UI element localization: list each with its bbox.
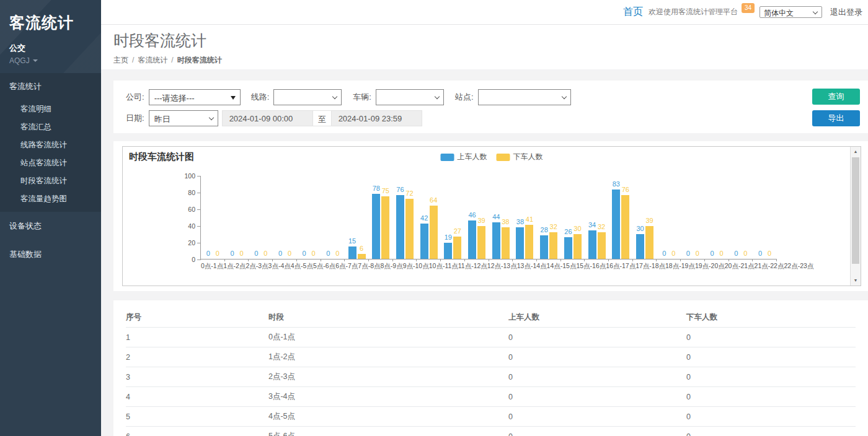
x-axis-label: 21点-22点 xyxy=(755,262,784,271)
sidebar-item-period-passenger-stats[interactable]: 时段客流统计 xyxy=(0,172,101,190)
bar: 30 xyxy=(574,234,582,259)
bar-value-label: 46 xyxy=(468,211,476,219)
data-table-panel: 序号时段上车人数下车人数 10点-1点0021点-2点0032点-3点0043点… xyxy=(113,300,868,436)
vehicle-label: 车辆: xyxy=(353,92,371,103)
bar-value-label: 0 xyxy=(720,250,724,257)
bar-value-label: 0 xyxy=(711,250,714,257)
line-select[interactable] xyxy=(273,89,342,105)
x-axis-tick xyxy=(512,259,513,261)
sidebar-item-base-data[interactable]: 基础数据 xyxy=(0,240,101,269)
bar-value-label: 0 xyxy=(288,250,291,257)
x-axis-tick xyxy=(416,259,417,261)
bar-value-label: 0 xyxy=(686,250,690,257)
x-axis-label: 6点-7点 xyxy=(335,262,358,271)
date-start-input[interactable]: 2024-01-09 00:00 xyxy=(222,110,313,126)
bar-group: 00 xyxy=(321,176,345,259)
x-axis-tick xyxy=(704,259,705,261)
scroll-up-arrow-icon[interactable]: ▲ xyxy=(851,147,861,157)
sidebar-item-station-passenger-stats[interactable]: 站点客流统计 xyxy=(0,154,101,172)
x-axis-tick xyxy=(776,259,777,261)
table-cell: 0 xyxy=(686,328,856,347)
bar-group: 1927 xyxy=(441,176,465,259)
home-link[interactable]: 首页 xyxy=(623,6,643,19)
table-cell: 0 xyxy=(686,347,856,367)
bar-value-label: 83 xyxy=(613,180,620,188)
y-axis-label: 100 xyxy=(184,172,195,180)
language-value: 简体中文 xyxy=(764,9,794,17)
logout-link[interactable]: 退出登录 xyxy=(830,7,862,18)
org-code-dropdown[interactable]: AQGJ xyxy=(9,56,92,65)
date-to-label: 至 xyxy=(313,110,331,126)
bar-group: 2832 xyxy=(537,176,561,259)
bar-group: 3841 xyxy=(513,176,537,259)
x-axis-tick xyxy=(272,259,273,261)
bar-group: 00 xyxy=(249,176,273,259)
bar: 41 xyxy=(525,225,533,259)
x-axis-tick xyxy=(584,259,585,261)
table-cell: 0 xyxy=(686,367,856,387)
legend-item[interactable]: 下车人数 xyxy=(497,152,543,162)
table-cell: 0 xyxy=(686,387,856,407)
sidebar-item-passenger-detail[interactable]: 客流明细 xyxy=(0,100,101,118)
main-area: 首页 欢迎使用客流统计管理平台 34 简体中文 退出登录 时段客流统计 主页/客… xyxy=(101,0,868,436)
sidebar-item-passenger-summary[interactable]: 客流汇总 xyxy=(0,118,101,136)
language-select[interactable]: 简体中文 xyxy=(760,6,822,18)
bar: 34 xyxy=(588,230,596,259)
bar-value-label: 0 xyxy=(734,250,738,257)
filter-row-2: 日期: 昨日 2024-01-09 00:00 至 2024-01-09 23:… xyxy=(126,110,806,126)
bar-value-label: 32 xyxy=(550,223,557,230)
bar-group: 2630 xyxy=(561,176,585,259)
sidebar-item-passenger-trend-chart[interactable]: 客流量趋势图 xyxy=(0,190,101,208)
date-end-input[interactable]: 2024-01-09 23:59 xyxy=(331,110,422,126)
sidebar-item-device-status[interactable]: 设备状态 xyxy=(0,212,101,240)
bar-value-label: 39 xyxy=(477,217,485,224)
chevron-down-icon xyxy=(561,94,566,99)
chart-scrollbar[interactable]: ▲ ▼ xyxy=(850,147,861,286)
x-axis-tick xyxy=(248,259,249,261)
bar-group: 156 xyxy=(345,176,369,259)
bar-value-label: 15 xyxy=(348,237,356,245)
bar-group: 00 xyxy=(705,176,729,259)
scrollbar-thumb[interactable] xyxy=(852,157,859,264)
station-select[interactable] xyxy=(478,89,571,105)
y-axis-tick xyxy=(197,193,201,193)
company-select[interactable]: ---请选择--- xyxy=(149,89,241,105)
bar-value-label: 0 xyxy=(696,250,699,257)
breadcrumb-item[interactable]: 主页 xyxy=(113,56,128,64)
notification-badge[interactable]: 34 xyxy=(742,3,755,13)
legend-label: 下车人数 xyxy=(513,152,543,162)
chevron-down-icon xyxy=(332,94,337,99)
x-axis-label: 18点-19点 xyxy=(665,262,695,271)
bar: 26 xyxy=(564,237,572,259)
legend-item[interactable]: 上车人数 xyxy=(441,152,487,162)
date-label: 日期: xyxy=(126,113,144,124)
org-code-label: AQGJ xyxy=(9,56,30,65)
bar-value-label: 0 xyxy=(768,250,771,257)
breadcrumb-item[interactable]: 客流统计 xyxy=(138,56,167,64)
x-axis-label: 5点-6点 xyxy=(313,262,335,271)
x-axis-tick xyxy=(560,259,561,261)
bar-value-label: 0 xyxy=(743,250,747,257)
vehicle-select[interactable] xyxy=(376,89,444,105)
x-axis-label: 13点-14点 xyxy=(517,262,547,271)
export-button[interactable]: 导出 xyxy=(812,110,860,126)
bar-group: 4264 xyxy=(417,176,441,259)
date-preset-select[interactable]: 昨日 xyxy=(149,110,218,126)
query-button[interactable]: 查询 xyxy=(812,89,860,105)
bar: 39 xyxy=(477,226,485,259)
bar: 44 xyxy=(492,222,500,259)
page-heading: 时段客流统计 主页/客流统计/时段客流统计 xyxy=(101,25,868,69)
sidebar-item-passenger-stats[interactable]: 客流统计 xyxy=(0,73,101,100)
x-axis-label: 11点-12点 xyxy=(458,262,487,271)
sidebar: 客流统计 公交 AQGJ 客流统计客流明细客流汇总线路客流统计站点客流统计时段客… xyxy=(0,0,101,436)
bar-value-label: 0 xyxy=(206,250,210,257)
bar-value-label: 30 xyxy=(636,225,644,232)
table-cell: 0 xyxy=(508,328,686,347)
bar-value-label: 0 xyxy=(278,250,282,257)
bar: 64 xyxy=(430,206,438,259)
table-column-header: 上车人数 xyxy=(508,308,686,328)
bar-value-label: 75 xyxy=(382,187,389,194)
sidebar-item-line-passenger-stats[interactable]: 线路客流统计 xyxy=(0,136,101,154)
table-column-header: 时段 xyxy=(268,308,508,328)
scroll-down-arrow-icon[interactable]: ▼ xyxy=(851,276,861,286)
